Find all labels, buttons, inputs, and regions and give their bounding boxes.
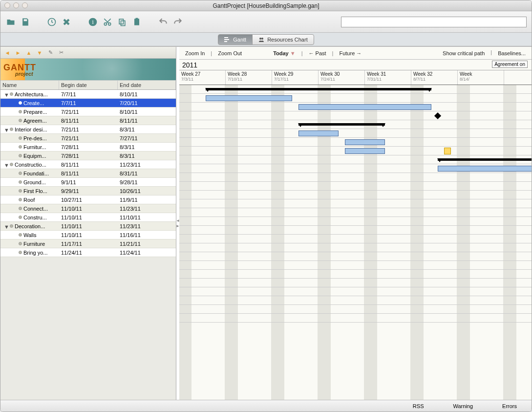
future-button[interactable]: Future → [338,49,362,57]
week-column: Week 307/24/11 [319,70,365,85]
task-row[interactable]: Agreem...8/11/118/11/11 [0,116,176,125]
svg-rect-9 [224,37,228,38]
status-errors[interactable]: Errors [502,403,517,409]
content-area: ◄ ► ▲ ▼ ✎ ✂ GANTT project Name Begin dat… [0,46,532,400]
task-bar[interactable] [298,130,338,136]
summary-bar[interactable] [298,123,384,126]
unlink-icon[interactable]: ✂ [57,49,65,57]
save-icon[interactable] [20,17,31,27]
task-row[interactable]: Roof10/27/1111/9/11 [0,195,176,204]
tab-gantt[interactable]: Gantt [218,34,253,45]
gantt-chart[interactable] [179,85,532,400]
today-button[interactable]: Today ▼ [272,49,297,57]
svg-rect-8 [136,18,138,19]
undo-icon[interactable] [158,17,169,27]
gantt-toolbar: Zoom In | Zoom Out Today ▼ | ← Past | Fu… [179,47,532,60]
task-row[interactable]: Create...7/7/117/20/11 [0,99,176,108]
task-bar[interactable] [345,148,384,154]
task-row[interactable]: ▼ Interior desi...7/21/118/3/11 [0,125,176,134]
paste-icon[interactable] [131,17,142,27]
week-column: Week 317/31/11 [365,70,411,85]
task-row[interactable]: Ground...9/1/119/28/11 [0,178,176,187]
svg-point-12 [259,38,261,40]
link-icon[interactable]: ✎ [46,49,54,57]
year-header: 2011 Agreement on [179,60,532,70]
task-bar[interactable] [438,166,532,172]
nav-up-icon[interactable]: ▲ [25,49,33,57]
past-button[interactable]: ← Past [308,49,327,57]
task-row[interactable]: ▼ Decoration...11/10/1111/23/11 [0,222,176,231]
task-bar[interactable] [298,104,431,110]
baselines-button[interactable]: Baselines... [497,49,527,57]
status-warning[interactable]: Warning [453,403,473,409]
svg-rect-5 [119,19,123,24]
col-header-name[interactable]: Name [0,81,59,89]
svg-point-13 [261,38,263,40]
task-row[interactable]: Bring yo...11/24/1111/24/11 [0,248,176,257]
zoom-button[interactable] [22,2,28,8]
close-button[interactable] [4,2,10,8]
task-row[interactable]: First Flo...9/29/1110/26/11 [0,187,176,195]
week-column: Week 297/17/11 [272,70,319,85]
col-header-end[interactable]: End date [118,81,176,89]
status-rss[interactable]: RSS [413,403,424,409]
clock-icon[interactable] [46,17,57,27]
critical-path-button[interactable]: Show critical path [442,49,486,57]
nav-down-icon[interactable]: ▼ [36,49,43,57]
task-row[interactable]: Pre-des...7/21/117/27/11 [0,134,176,143]
gantt-pane: Zoom In | Zoom Out Today ▼ | ← Past | Fu… [179,47,532,400]
titlebar: GanttProject [HouseBuildingSample.gan] [0,0,532,11]
zoom-in-button[interactable]: Zoom In [184,49,206,57]
svg-rect-11 [224,41,227,42]
task-row[interactable]: Foundati...8/11/118/31/11 [0,169,176,178]
col-header-begin[interactable]: Begin date [59,81,118,89]
open-icon[interactable] [5,17,16,27]
nav-forward-icon[interactable]: ► [14,49,22,57]
task-row[interactable]: Prepare...7/21/118/10/11 [0,108,176,116]
cut-icon[interactable] [102,17,113,27]
summary-bar[interactable] [206,88,431,90]
task-row[interactable]: Equipm...7/28/118/3/11 [0,152,176,160]
status-bar: RSS Warning Errors [0,400,532,412]
task-row[interactable]: Walls11/10/1111/16/11 [0,231,176,239]
task-row[interactable]: ▼ Constructio...8/11/1111/23/11 [0,160,176,169]
week-column: Week 328/7/11 [411,70,458,85]
task-bar[interactable] [206,95,292,101]
task-tree-pane: ◄ ► ▲ ▼ ✎ ✂ GANTT project Name Begin dat… [0,47,176,400]
year-label: 2011 [182,61,197,69]
milestone-diamond[interactable] [434,112,441,119]
tab-resources-label: Resources Chart [267,37,308,43]
week-column: Week 277/3/11 [179,70,226,85]
svg-rect-10 [224,39,229,40]
delete-icon[interactable] [61,17,72,27]
summary-bar[interactable] [438,158,532,161]
tab-resources[interactable]: Resources Chart [252,34,314,45]
zoom-out-button[interactable]: Zoom Out [217,49,243,57]
logo-sub: project [15,71,36,77]
info-icon[interactable]: i [87,17,98,27]
task-row[interactable]: ▼ Architectura...7/7/118/10/11 [0,90,176,99]
search-input[interactable] [341,17,527,27]
task-toolbar: ◄ ► ▲ ▼ ✎ ✂ [0,47,176,59]
main-toolbar: i [0,11,532,33]
redo-icon[interactable] [172,17,183,27]
task-list[interactable]: ▼ Architectura...7/7/118/10/11 Create...… [0,90,176,400]
week-header: Week 277/3/11Week 287/10/11Week 297/17/1… [179,70,532,85]
note-icon[interactable] [444,148,451,154]
task-row[interactable]: Constru...11/10/1111/10/11 [0,213,176,222]
nav-back-icon[interactable]: ◄ [3,49,11,57]
window-controls [4,2,28,8]
task-row[interactable]: Furnitur...7/28/118/3/11 [0,143,176,152]
copy-icon[interactable] [117,17,128,27]
task-row[interactable]: Furniture11/17/1111/21/11 [0,239,176,248]
task-row[interactable]: Connect...11/10/1111/23/11 [0,204,176,213]
task-bar[interactable] [345,139,384,145]
app-window: GanttProject [HouseBuildingSample.gan] i [0,0,532,412]
minimize-button[interactable] [13,2,19,8]
milestone-marker[interactable]: Agreement on [492,61,528,68]
tab-gantt-label: Gantt [233,37,246,43]
week-column: Week 287/10/11 [226,70,272,85]
logo-banner: GANTT project [0,59,176,80]
week-column: Week8/14/ [458,70,504,85]
task-columns-header: Name Begin date End date [0,80,176,90]
